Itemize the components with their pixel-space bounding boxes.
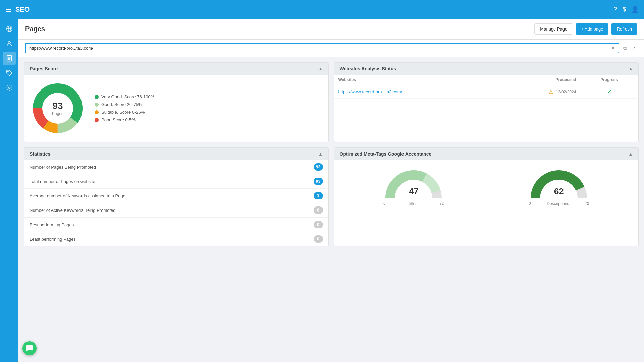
legend-dot-poor [95, 118, 99, 122]
legend-poor: Poor. Score 0-5% [95, 117, 154, 122]
meta-tags-header: Optimized Meta-Tags Google Acceptance ▲ [334, 148, 639, 160]
url-text: https://www.record-pro...ta3.com/ [29, 46, 611, 51]
svg-point-3 [8, 41, 10, 44]
stat-value-best: 0 [314, 221, 323, 228]
collapse-meta-icon[interactable]: ▲ [628, 151, 633, 157]
sidebar-item-tags[interactable] [3, 66, 16, 80]
titles-gauge-center: 47 [409, 186, 419, 197]
check-icon: ✔ [607, 89, 611, 95]
stat-row-promoted: Number of Pages Being Promoted 93 [24, 160, 328, 174]
descriptions-gauge-container: 62 [529, 167, 589, 200]
collapse-icon[interactable]: ▲ [318, 66, 323, 71]
legend-very-good: Very Good. Score 76-100% [95, 94, 154, 99]
header-actions: Manage Page + Add page Refresh [534, 23, 637, 35]
billing-icon[interactable]: $ [623, 6, 626, 13]
processed-cell: ⚠ 12/02/2024 [499, 85, 580, 99]
website-link[interactable]: https://www.record-pro...ta3.com/ [338, 89, 402, 94]
progress-cell: ✔ [580, 85, 638, 99]
websites-analysis-body: Websites Processed Progress https://www.… [334, 75, 639, 99]
menu-icon[interactable]: ☰ [5, 5, 11, 13]
url-bar: https://www.record-pro...ta3.com/ ▼ ⧉ ↗ [18, 40, 644, 57]
descriptions-label: Descriptions [547, 201, 569, 206]
stat-value-active-keywords: 0 [314, 206, 323, 214]
statistics-card: Statistics ▲ Number of Pages Being Promo… [24, 147, 329, 246]
col-websites: Websites [334, 75, 499, 85]
dropdown-arrow-icon: ▼ [611, 46, 615, 51]
websites-table: Websites Processed Progress https://www.… [334, 75, 639, 99]
titles-gauge-labels: 0 Titles 72 [383, 201, 444, 206]
chat-bubble[interactable] [22, 341, 37, 355]
titles-label: Titles [408, 201, 417, 206]
svg-point-9 [8, 87, 10, 89]
websites-analysis-card: Websites Analysis Status ▲ Websites Proc… [334, 62, 639, 142]
statistics-body: Number of Pages Being Promoted 93 Total … [24, 160, 328, 246]
processed-date: 12/02/2024 [556, 89, 576, 94]
manage-page-button[interactable]: Manage Page [534, 23, 573, 35]
sidebar-item-settings[interactable] [3, 81, 16, 95]
table-row: https://www.record-pro...ta3.com/ ⚠ 12/0… [334, 85, 639, 99]
sidebar-item-pages[interactable] [3, 52, 16, 65]
sidebar-item-globe[interactable] [3, 22, 16, 36]
col-progress: Progress [580, 75, 638, 85]
sidebar [0, 19, 18, 362]
pages-score-card: Pages Score ▲ [24, 62, 329, 142]
websites-analysis-header: Websites Analysis Status ▲ [334, 63, 639, 75]
gauge-section: 47 0 Titles 72 [334, 160, 639, 213]
stat-value-promoted: 93 [314, 163, 323, 171]
stat-row-least: Least performing Pages 0 [24, 232, 328, 246]
descriptions-gauge: 62 0 Descriptions 72 [529, 167, 589, 206]
stat-value-least: 0 [314, 235, 323, 243]
user-icon[interactable]: 👤 [631, 6, 639, 13]
legend-dot-very-good [95, 95, 99, 99]
donut-number: 93 [52, 101, 63, 111]
stat-label-best: Best performing Pages [30, 222, 74, 227]
stat-value-total: 93 [314, 178, 323, 185]
descriptions-value: 62 [554, 186, 564, 197]
stat-label-least: Least performing Pages [30, 237, 76, 242]
stat-row-best: Best performing Pages 0 [24, 218, 328, 232]
descriptions-gauge-labels: 0 Descriptions 72 [529, 201, 589, 206]
stat-value-keywords: 1 [314, 192, 323, 199]
titles-gauge: 47 0 Titles 72 [383, 167, 444, 206]
external-link-icon[interactable]: ↗ [631, 44, 637, 52]
topbar-actions: ? $ 👤 [614, 6, 639, 13]
legend-label-very-good: Very Good. Score 76-100% [101, 94, 154, 99]
donut-chart: 93 Pages [31, 81, 85, 135]
titles-value: 47 [409, 186, 419, 197]
stat-label-total: Total number of Pages on website [30, 179, 95, 184]
legend-suitable: Suitable. Score 6-25% [95, 110, 154, 115]
meta-tags-card: Optimized Meta-Tags Google Acceptance ▲ [334, 147, 639, 246]
copy-icon[interactable]: ⧉ [622, 44, 628, 52]
url-selector[interactable]: https://www.record-pro...ta3.com/ ▼ [25, 43, 619, 53]
stat-row-keywords: Average number of Keywords assigned to a… [24, 189, 328, 203]
stat-row-active-keywords: Number of Active Keywords Being Promoted… [24, 203, 328, 218]
sidebar-item-user[interactable] [3, 37, 16, 50]
stat-label-keywords: Average number of Keywords assigned to a… [30, 193, 125, 198]
refresh-button[interactable]: Refresh [611, 23, 637, 35]
legend-dot-suitable [95, 110, 99, 114]
descriptions-max: 72 [585, 201, 589, 206]
main-content: Pages Manage Page + Add page Refresh htt… [18, 19, 644, 362]
add-page-button[interactable]: + Add page [576, 23, 608, 35]
descriptions-gauge-center: 62 [554, 186, 564, 197]
stat-label-active-keywords: Number of Active Keywords Being Promoted [30, 208, 116, 213]
legend-label-good: Good. Score 26-75% [101, 102, 142, 107]
chat-icon [26, 345, 33, 352]
col-processed: Processed [499, 75, 580, 85]
legend-label-suitable: Suitable. Score 6-25% [101, 110, 145, 115]
websites-analysis-title: Websites Analysis Status [340, 66, 396, 71]
collapse-statistics-icon[interactable]: ▲ [318, 151, 323, 157]
statistics-header: Statistics ▲ [24, 148, 328, 160]
svg-point-8 [7, 71, 8, 72]
stat-label-promoted: Number of Pages Being Promoted [30, 165, 96, 170]
help-icon[interactable]: ? [614, 6, 617, 13]
score-card-body: 93 Pages Very Good. Score 76-100% Good. … [24, 75, 328, 142]
pages-score-header: Pages Score ▲ [24, 63, 328, 75]
legend-good: Good. Score 26-75% [95, 102, 154, 107]
collapse-websites-icon[interactable]: ▲ [628, 66, 633, 71]
descriptions-min: 0 [529, 201, 531, 206]
titles-max: 72 [440, 201, 444, 206]
statistics-title: Statistics [30, 151, 50, 157]
meta-tags-title: Optimized Meta-Tags Google Acceptance [340, 151, 432, 157]
page-title: Pages [25, 25, 45, 33]
